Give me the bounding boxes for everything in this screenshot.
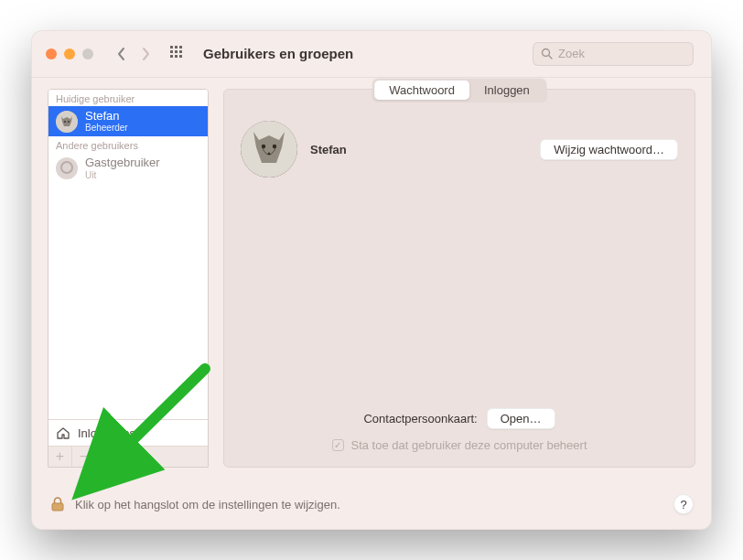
svg-rect-8	[52, 503, 63, 511]
sidebar-guest-name: Gastgebruiker	[85, 156, 160, 169]
admin-checkbox-label: Sta toe dat gebruiker deze computer behe…	[351, 438, 587, 452]
body: Huidige gebruiker Stefan Beheerder Ander…	[31, 78, 712, 479]
change-password-button[interactable]: Wijzig wachtwoord…	[540, 139, 678, 160]
svg-point-4	[68, 121, 70, 123]
window-title: Gebruikers en groepen	[203, 46, 353, 61]
forward-button[interactable]	[137, 43, 154, 65]
search-input[interactable]	[558, 47, 712, 60]
minimize-window-button[interactable]	[64, 48, 75, 59]
search-field-wrap[interactable]	[533, 42, 694, 66]
add-user-button[interactable]: +	[48, 447, 72, 467]
show-all-prefs-button[interactable]	[170, 46, 187, 62]
nav-buttons	[113, 43, 154, 65]
sidebar-footer: + −	[48, 446, 208, 467]
toolbar: Gebruikers en groepen	[31, 30, 712, 78]
svg-point-7	[273, 145, 276, 148]
preferences-window: Gebruikers en groepen Huidige gebruiker …	[31, 30, 712, 530]
contact-card-row: Contactpersoonkaart: Open…	[241, 408, 678, 429]
open-contact-card-button[interactable]: Open…	[487, 408, 555, 429]
users-sidebar: Huidige gebruiker Stefan Beheerder Ander…	[48, 89, 209, 468]
lock-button[interactable]	[49, 496, 66, 512]
help-button[interactable]: ?	[673, 494, 694, 514]
user-avatar-large[interactable]	[241, 121, 297, 178]
traffic-lights	[46, 48, 93, 59]
svg-point-3	[64, 121, 66, 123]
tab-password[interactable]: Wachtwoord	[374, 81, 469, 100]
sidebar-header-other: Andere gebruikers	[48, 136, 208, 153]
sidebar-item-guest-user[interactable]: Gastgebruiker Uit	[48, 153, 208, 183]
guest-avatar-icon	[56, 157, 78, 179]
tab-group: Wachtwoord Inloggen	[372, 79, 546, 102]
contact-card-label: Contactpersoonkaart:	[363, 412, 477, 425]
svg-point-6	[262, 145, 265, 148]
user-display-name: Stefan	[310, 143, 347, 156]
sidebar-header-current: Huidige gebruiker	[48, 90, 208, 106]
avatar-icon	[56, 111, 78, 133]
close-window-button[interactable]	[46, 48, 57, 59]
admin-checkbox-row: ✓ Sta toe dat gebruiker deze computer be…	[241, 438, 678, 452]
sidebar-user-role: Beheerder	[85, 123, 128, 133]
admin-checkbox: ✓	[332, 439, 344, 451]
sidebar-guest-status: Uit	[85, 170, 160, 180]
login-options-label: Inlogopties	[78, 426, 135, 440]
lock-hint-text: Klik op het hangslot om de instellingen …	[75, 498, 340, 512]
main-panel: Wachtwoord Inloggen Stefan Wijzi	[223, 89, 695, 468]
back-button[interactable]	[113, 43, 130, 65]
search-icon	[541, 48, 553, 59]
svg-line-1	[549, 56, 552, 59]
house-icon	[56, 425, 70, 440]
sidebar-item-current-user[interactable]: Stefan Beheerder	[48, 106, 208, 136]
footer: Klik op het hangslot om de instellingen …	[31, 479, 712, 530]
user-header-row: Stefan Wijzig wachtwoord…	[241, 121, 678, 178]
tab-login[interactable]: Inloggen	[469, 81, 544, 100]
sidebar-user-name: Stefan	[85, 110, 128, 123]
remove-user-button[interactable]: −	[72, 447, 96, 467]
login-options-button[interactable]: Inlogopties	[48, 419, 208, 446]
zoom-window-button[interactable]	[82, 48, 93, 59]
